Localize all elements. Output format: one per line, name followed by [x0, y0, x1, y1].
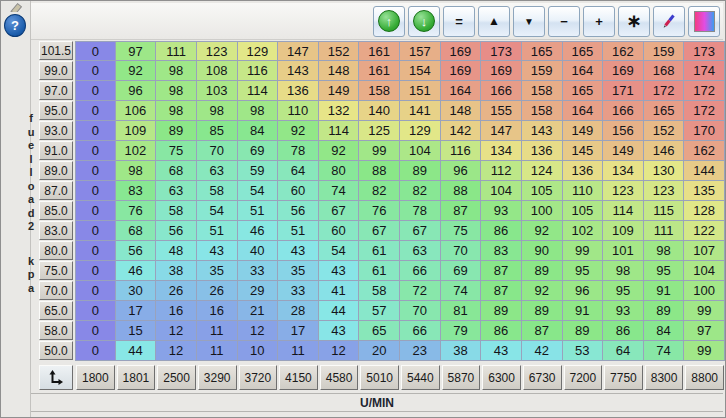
toolbar-button-set-equal[interactable]: =	[443, 6, 475, 37]
table-cell[interactable]: 17	[278, 321, 319, 341]
table-cell[interactable]: 115	[644, 201, 685, 221]
table-cell[interactable]: 11	[197, 321, 238, 341]
table-cell[interactable]: 58	[197, 181, 238, 201]
table-cell[interactable]: 104	[481, 181, 522, 201]
table-cell[interactable]: 0	[75, 41, 116, 61]
table-cell[interactable]: 63	[400, 241, 441, 261]
table-cell[interactable]: 106	[116, 101, 157, 121]
table-cell[interactable]: 93	[481, 201, 522, 221]
table-cell[interactable]: 149	[603, 141, 644, 161]
table-cell[interactable]: 11	[278, 341, 319, 361]
table-cell[interactable]: 63	[156, 181, 197, 201]
table-cell[interactable]: 84	[644, 321, 685, 341]
table-cell[interactable]: 57	[359, 301, 400, 321]
table-cell[interactable]: 0	[75, 281, 116, 301]
table-cell[interactable]: 0	[75, 261, 116, 281]
table-cell[interactable]: 125	[359, 121, 400, 141]
table-cell[interactable]: 60	[319, 221, 360, 241]
table-cell[interactable]: 74	[441, 281, 482, 301]
table-cell[interactable]: 51	[278, 221, 319, 241]
row-header[interactable]: 91.0	[39, 141, 73, 160]
table-cell[interactable]: 111	[644, 221, 685, 241]
table-cell[interactable]: 41	[319, 281, 360, 301]
table-cell[interactable]: 97	[116, 41, 157, 61]
table-cell[interactable]: 0	[75, 341, 116, 361]
table-cell[interactable]: 11	[197, 341, 238, 361]
table-cell[interactable]: 86	[481, 321, 522, 341]
table-cell[interactable]: 165	[563, 81, 604, 101]
table-cell[interactable]: 149	[563, 121, 604, 141]
table-cell[interactable]: 56	[156, 221, 197, 241]
table-cell[interactable]: 158	[359, 81, 400, 101]
table-cell[interactable]: 51	[238, 201, 279, 221]
table-cell[interactable]: 172	[684, 81, 725, 101]
table-cell[interactable]: 146	[644, 141, 685, 161]
table-cell[interactable]: 75	[441, 221, 482, 241]
toolbar-button-increment-triangle-up[interactable]: ▲	[478, 6, 510, 37]
table-cell[interactable]: 89	[644, 301, 685, 321]
row-header[interactable]: 75.0	[39, 261, 73, 280]
table-cell[interactable]: 95	[563, 261, 604, 281]
table-cell[interactable]: 86	[481, 221, 522, 241]
table-cell[interactable]: 69	[441, 261, 482, 281]
table-cell[interactable]: 78	[278, 141, 319, 161]
table-cell[interactable]: 100	[684, 281, 725, 301]
table-cell[interactable]: 134	[481, 141, 522, 161]
table-cell[interactable]: 68	[116, 221, 157, 241]
table-cell[interactable]: 30	[116, 281, 157, 301]
table-cell[interactable]: 16	[156, 301, 197, 321]
table-cell[interactable]: 162	[603, 41, 644, 61]
table-cell[interactable]: 99	[684, 341, 725, 361]
table-cell[interactable]: 20	[359, 341, 400, 361]
table-cell[interactable]: 143	[522, 121, 563, 141]
table-cell[interactable]: 111	[156, 41, 197, 61]
table-cell[interactable]: 38	[441, 341, 482, 361]
col-header[interactable]: 1801	[117, 365, 156, 390]
table-cell[interactable]: 70	[400, 301, 441, 321]
table-cell[interactable]: 79	[441, 321, 482, 341]
table-cell[interactable]: 58	[156, 201, 197, 221]
table-cell[interactable]: 61	[359, 241, 400, 261]
table-cell[interactable]: 88	[359, 161, 400, 181]
table-cell[interactable]: 43	[319, 321, 360, 341]
table-cell[interactable]: 26	[197, 281, 238, 301]
table-cell[interactable]: 87	[441, 201, 482, 221]
table-cell[interactable]: 38	[156, 261, 197, 281]
table-cell[interactable]: 78	[400, 201, 441, 221]
table-cell[interactable]: 152	[644, 121, 685, 141]
row-header[interactable]: 50.0	[39, 341, 73, 360]
table-cell[interactable]: 54	[197, 201, 238, 221]
table-cell[interactable]: 87	[522, 321, 563, 341]
col-header[interactable]: 1800	[76, 365, 115, 390]
toolbar-button-increase-all-green-up[interactable]: ↑	[373, 6, 405, 37]
table-cell[interactable]: 21	[238, 301, 279, 321]
table-cell[interactable]: 12	[156, 341, 197, 361]
table-cell[interactable]: 72	[400, 281, 441, 301]
help-button[interactable]: ?	[4, 14, 26, 37]
table-cell[interactable]: 141	[400, 101, 441, 121]
table-cell[interactable]: 169	[441, 61, 482, 81]
table-cell[interactable]: 143	[278, 61, 319, 81]
table-cell[interactable]: 64	[603, 341, 644, 361]
table-cell[interactable]: 0	[75, 141, 116, 161]
table-cell[interactable]: 95	[644, 261, 685, 281]
table-cell[interactable]: 168	[644, 61, 685, 81]
table-cell[interactable]: 172	[644, 81, 685, 101]
table-cell[interactable]: 124	[522, 161, 563, 181]
table-cell[interactable]: 12	[156, 321, 197, 341]
table-cell[interactable]: 56	[278, 201, 319, 221]
table-cell[interactable]: 43	[197, 241, 238, 261]
table-cell[interactable]: 67	[400, 221, 441, 241]
col-header[interactable]: 2500	[157, 365, 196, 390]
table-cell[interactable]: 91	[563, 301, 604, 321]
table-cell[interactable]: 136	[563, 161, 604, 181]
col-header[interactable]: 6730	[523, 365, 562, 390]
table-cell[interactable]: 33	[278, 281, 319, 301]
table-cell[interactable]: 105	[522, 181, 563, 201]
table-cell[interactable]: 40	[238, 241, 279, 261]
table-cell[interactable]: 0	[75, 201, 116, 221]
table-cell[interactable]: 142	[441, 121, 482, 141]
table-cell[interactable]: 0	[75, 321, 116, 341]
col-header[interactable]: 7200	[564, 365, 603, 390]
table-cell[interactable]: 129	[238, 41, 279, 61]
